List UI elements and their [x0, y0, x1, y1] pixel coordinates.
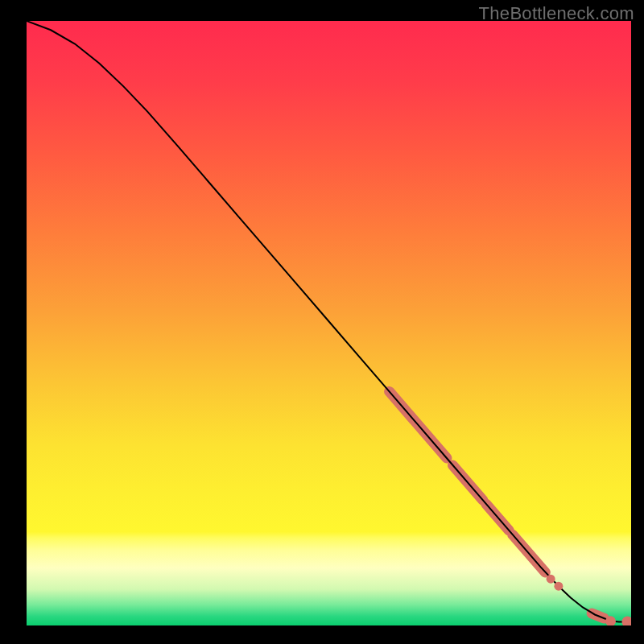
gradient-background — [27, 21, 631, 625]
data-dot — [547, 575, 555, 584]
chart-svg — [27, 21, 631, 625]
watermark-text: TheBottleneck.com — [479, 3, 634, 24]
chart-stage: TheBottleneck.com — [0, 0, 644, 644]
data-dot — [554, 582, 563, 591]
chart-plot-area — [27, 21, 631, 625]
